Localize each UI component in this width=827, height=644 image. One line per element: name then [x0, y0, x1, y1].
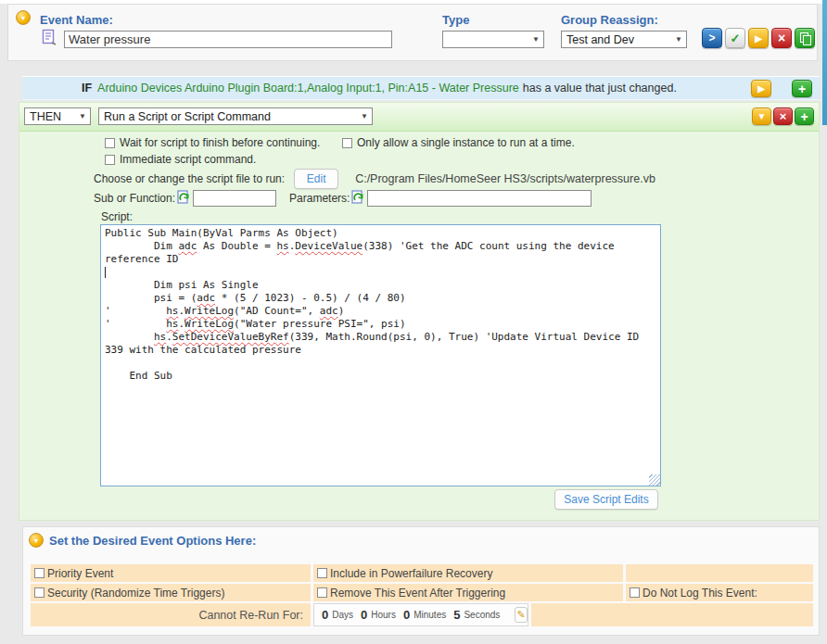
delete-action-button[interactable]: ×	[773, 107, 793, 125]
delete-x-icon: ×	[780, 110, 787, 122]
event-name-label: Event Name:	[40, 13, 113, 27]
save-script-edits-button[interactable]: Save Script Edits	[554, 489, 658, 510]
chevron-down-icon: ▼	[20, 15, 27, 21]
options-row-1: Priority Event Include in Powerfailure R…	[31, 564, 813, 582]
remove-event-checkbox[interactable]	[317, 587, 327, 598]
run-trigger-button[interactable]: ▶	[751, 80, 771, 97]
script-helper-icon[interactable]	[351, 190, 364, 208]
action-select-value: Run a Script or Script Command	[104, 110, 271, 123]
sub-function-input[interactable]	[193, 190, 276, 207]
if-label: IF	[82, 82, 92, 95]
run-event-button[interactable]: ▶	[748, 28, 769, 48]
then-row: THEN ▼ Run a Script or Script Command ▼ …	[19, 103, 819, 132]
sub-function-row: Sub or Function: Parameters:	[94, 188, 592, 208]
single-instance-option: Only allow a single instance to run at a…	[342, 136, 575, 149]
rerun-days-unit: Days	[332, 610, 353, 620]
single-instance-label: Only allow a single instance to run at a…	[357, 136, 575, 149]
type-label: Type	[442, 13, 469, 27]
powerfailure-label: Include in Powerfailure Recovery	[330, 567, 492, 580]
then-select-value: THEN	[30, 110, 61, 123]
accept-changes-button[interactable]: ✓	[725, 28, 745, 48]
parameters-input[interactable]	[367, 190, 592, 207]
sub-function-label: Sub or Function:	[94, 192, 175, 205]
script-editor[interactable]: Public Sub Main(ByVal Parms As Object) D…	[100, 224, 661, 486]
trigger-condition-text: has a value that just changed.	[523, 82, 677, 95]
rerun-time-cell: 0 Days 0 Hours 0 Minutes 5 Seconds ✎	[313, 603, 528, 626]
options-row-2: Security (Randomize Time Triggers) Remov…	[31, 584, 813, 601]
rerun-seconds-value: 5	[453, 608, 460, 622]
add-action-button[interactable]: +	[795, 107, 814, 125]
no-log-label: Do Not Log This Event:	[643, 587, 757, 600]
option-remove-event: Remove This Event After Triggering	[313, 584, 623, 601]
script-file-path: C:/Program Files/HomeSeer HS3/scripts/wa…	[355, 172, 655, 185]
option-empty-cell	[626, 564, 813, 582]
action-type-select[interactable]: Run a Script or Script Command ▼	[98, 107, 373, 125]
edit-rerun-button[interactable]: ✎	[515, 607, 528, 623]
event-name-input[interactable]	[64, 31, 392, 48]
rerun-minutes-value: 0	[403, 608, 410, 622]
option-empty-cell	[531, 603, 813, 626]
priority-event-label: Priority Event	[47, 567, 113, 580]
scrollbar-thumb[interactable]	[822, 0, 827, 125]
action-panel: THEN ▼ Run a Script or Script Command ▼ …	[19, 102, 820, 521]
event-note-icon[interactable]	[42, 29, 57, 50]
chevron-down-icon: ▼	[33, 537, 40, 544]
type-select[interactable]: ▼	[442, 31, 544, 48]
options-table: Priority Event Include in Powerfailure R…	[31, 564, 813, 628]
play-icon: ▶	[757, 83, 765, 94]
immediate-checkbox[interactable]	[105, 155, 115, 165]
script-helper-icon[interactable]	[177, 190, 190, 208]
trigger-row: IF Arduino Devices Arduino Plugin Board:…	[22, 76, 820, 100]
rerun-minutes-unit: Minutes	[414, 610, 446, 620]
script-file-row: Choose or change the script file to run:…	[94, 168, 655, 190]
event-editor-page: ▼ Event Name: Type ▼ Group Reassign: Tes…	[0, 0, 827, 644]
check-icon: ✓	[731, 32, 741, 45]
script-label: Script:	[101, 210, 133, 223]
move-action-down-button[interactable]: ▼	[752, 107, 771, 125]
event-header-panel: ▼ Event Name: Type ▼ Group Reassign: Tes…	[7, 4, 818, 61]
trigger-buttons: ▶ +	[751, 80, 812, 97]
chevron-down-icon: ▼	[361, 112, 368, 120]
single-instance-checkbox[interactable]	[342, 138, 352, 148]
then-select[interactable]: THEN ▼	[24, 107, 91, 125]
group-reassign-select[interactable]: Test and Dev ▼	[561, 31, 687, 48]
powerfailure-checkbox[interactable]	[317, 568, 327, 578]
edit-script-button[interactable]: Edit	[294, 169, 338, 189]
remove-event-label: Remove This Event After Triggering	[330, 587, 505, 600]
go-button[interactable]: >	[702, 28, 722, 48]
script-text: Public Sub Main(ByVal Parms As Object) D…	[101, 225, 660, 385]
priority-event-checkbox[interactable]	[34, 568, 45, 578]
script-file-label: Choose or change the script file to run:	[94, 172, 285, 185]
group-reassign-label: Group Reassign:	[561, 13, 658, 27]
option-powerfailure: Include in Powerfailure Recovery	[313, 564, 623, 582]
action-buttons: ▼ × +	[752, 107, 814, 125]
rerun-hours-value: 0	[361, 608, 367, 622]
event-options-panel: ▼ Set the Desired Event Options Here: Pr…	[22, 526, 820, 636]
wait-label: Wait for script to finish before continu…	[120, 136, 320, 149]
collapse-section-icon[interactable]: ▼	[16, 10, 31, 25]
wait-checkbox[interactable]	[105, 138, 115, 148]
delete-x-icon: ×	[778, 32, 785, 44]
chevron-down-icon: ▼	[675, 35, 682, 44]
copy-event-button[interactable]	[795, 28, 815, 48]
option-security: Security (Randomize Time Triggers)	[31, 584, 311, 601]
security-label: Security (Randomize Time Triggers)	[47, 587, 224, 600]
forward-arrow-icon: >	[708, 32, 715, 44]
text-caret	[105, 267, 106, 278]
no-log-checkbox[interactable]	[630, 587, 640, 598]
option-priority-event: Priority Event	[31, 564, 311, 582]
chevron-down-icon: ▼	[532, 35, 540, 44]
security-checkbox[interactable]	[34, 587, 45, 598]
add-trigger-button[interactable]: +	[792, 80, 812, 97]
rerun-hours-unit: Hours	[371, 610, 396, 620]
parameters-label: Parameters:	[289, 192, 350, 205]
resize-handle-icon[interactable]	[649, 474, 660, 486]
delete-event-button[interactable]: ×	[771, 28, 792, 48]
wait-option: Wait for script to finish before continu…	[105, 136, 320, 149]
trigger-device-text: Arduino Devices Arduino Plugin Board:1,A…	[97, 82, 519, 95]
immediate-option: Immediate script command.	[105, 153, 256, 166]
rerun-seconds-unit: Seconds	[464, 610, 500, 620]
copy-pages-icon	[799, 32, 811, 44]
collapse-options-icon[interactable]: ▼	[29, 533, 44, 548]
rerun-days-value: 0	[322, 608, 328, 622]
